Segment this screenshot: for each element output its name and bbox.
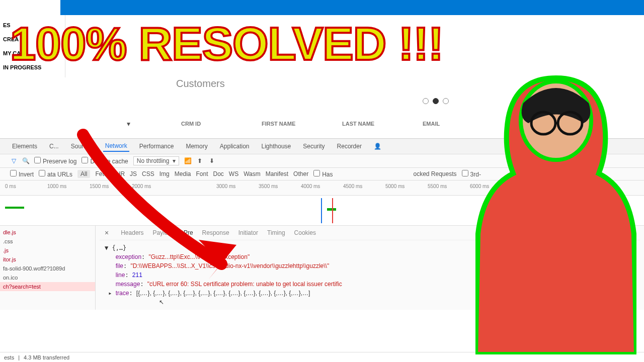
filter-type[interactable]: Wasm (244, 170, 261, 177)
list-item[interactable]: on.ico (0, 273, 95, 282)
tab-network[interactable]: Network (103, 141, 129, 152)
list-item[interactable]: .js (0, 246, 95, 255)
column-header[interactable]: FIRST NAME (262, 121, 297, 127)
tab-preview[interactable]: Pre (184, 229, 193, 236)
person-photo-overlay (475, 73, 636, 354)
tab-performance[interactable]: Performance (137, 141, 176, 151)
thumbnail-title-overlay: 100% RESOLVED !!! (10, 18, 443, 70)
chevron-down-icon[interactable]: ▾ (127, 120, 130, 128)
window-title-bar (60, 0, 644, 15)
filter-type[interactable]: CSS (142, 170, 154, 177)
list-item[interactable]: ch?search=test (0, 282, 95, 291)
tab-elements[interactable]: Elements (10, 141, 39, 151)
filter-type[interactable]: JS (130, 170, 137, 177)
wifi-icon[interactable]: 📶 (184, 157, 191, 164)
tab-sources[interactable]: Sources (69, 141, 95, 151)
filter-type[interactable]: Fetch/XHR (95, 170, 125, 177)
person-icon: 👤 (372, 141, 379, 151)
list-item[interactable]: .css (0, 237, 95, 246)
pager-dot[interactable] (443, 98, 449, 104)
filter-type[interactable]: WS (229, 170, 238, 177)
data-urls-checkbox[interactable]: ata URLs (39, 170, 72, 178)
carousel-pager[interactable] (423, 98, 449, 104)
tab-console[interactable]: C... (47, 141, 61, 151)
throttling-select[interactable]: No throttling ▾ (133, 156, 179, 165)
search-icon[interactable]: 🔍 (22, 157, 29, 164)
filter-type[interactable]: Doc (213, 170, 224, 177)
tab-initiator[interactable]: Initiator (238, 229, 258, 236)
pager-dot[interactable] (433, 98, 439, 104)
list-item[interactable]: itor.js (0, 255, 95, 264)
filter-type[interactable]: Img (159, 170, 170, 177)
tab-timing[interactable]: Timing (267, 229, 285, 236)
tab-application[interactable]: Application (218, 141, 252, 151)
filter-type[interactable]: Manifest (266, 170, 288, 177)
request-list[interactable]: dle.js .css .js itor.js fa-solid-900.wof… (0, 226, 96, 310)
filter-icon[interactable]: ▽ (10, 157, 17, 164)
page-title: Customers (176, 78, 225, 89)
filter-type[interactable]: Media (175, 170, 191, 177)
tab-recorder[interactable]: Recorder (335, 141, 364, 151)
has-blocked-cookies-checkbox[interactable]: Has (313, 170, 333, 178)
tab-payload[interactable]: Payload (153, 229, 175, 236)
cursor-icon: ↖ (159, 299, 164, 306)
disable-cache-checkbox[interactable]: Disable cache (82, 157, 128, 165)
column-header[interactable]: EMAIL (423, 121, 458, 127)
column-header[interactable]: CRM ID (181, 121, 216, 127)
list-item[interactable]: fa-solid-900.woff2?1089d (0, 264, 95, 273)
preserve-log-checkbox[interactable]: Preserve log (34, 157, 76, 165)
list-item[interactable]: dle.js (0, 228, 95, 237)
filter-type[interactable]: Font (196, 170, 208, 177)
tab-security[interactable]: Security (301, 141, 327, 151)
tab-headers[interactable]: Headers (121, 229, 143, 236)
column-header[interactable]: LAST NAME (342, 121, 377, 127)
invert-checkbox[interactable]: Invert (10, 170, 34, 178)
download-icon[interactable]: ⬇ (208, 157, 215, 164)
pager-dot[interactable] (423, 98, 429, 104)
tab-memory[interactable]: Memory (184, 141, 209, 151)
status-transferred: 4.3 MB transferred (24, 354, 69, 360)
tab-response[interactable]: Response (202, 229, 229, 236)
tab-cookies[interactable]: Cookies (294, 229, 316, 236)
close-icon[interactable]: × (102, 229, 112, 237)
tab-lighthouse[interactable]: Lighthouse (260, 141, 293, 151)
filter-all-button[interactable]: All (77, 170, 90, 178)
status-requests: ests (4, 354, 14, 360)
upload-icon[interactable]: ⬆ (196, 157, 203, 164)
blocked-requests-checkbox[interactable]: ocked Requests (413, 170, 456, 177)
filter-type[interactable]: Other (293, 170, 308, 177)
